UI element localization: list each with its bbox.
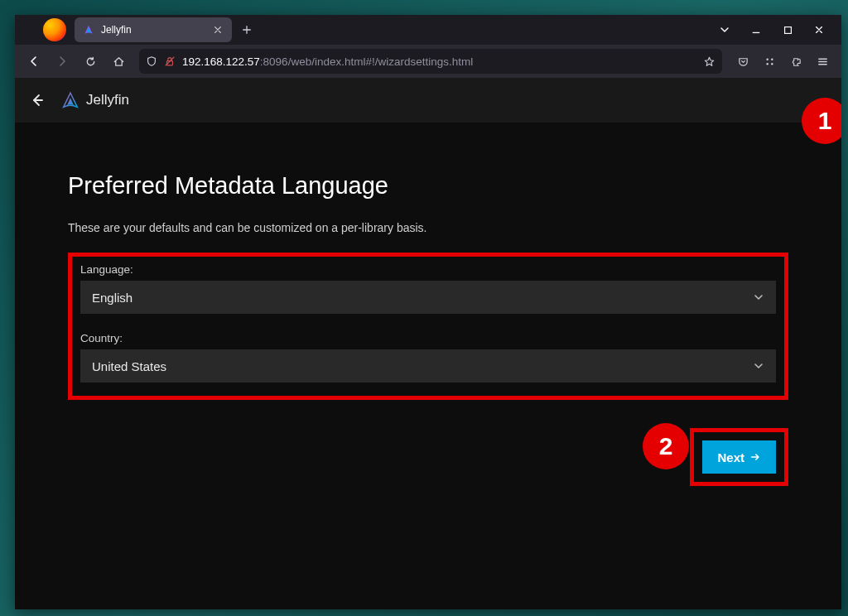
svg-point-5 xyxy=(766,63,768,65)
tab-bar: Jellyfin xyxy=(15,15,841,45)
nav-back-button[interactable] xyxy=(22,49,46,74)
url-toolbar: 192.168.122.57:8096/web/index.html#!/wiz… xyxy=(15,45,841,78)
svg-rect-0 xyxy=(784,26,791,33)
app-menu-button[interactable] xyxy=(810,49,835,74)
brand: Jellyfin xyxy=(61,91,129,109)
app-back-button[interactable] xyxy=(25,88,50,113)
language-label: Language: xyxy=(80,263,776,276)
svg-point-2 xyxy=(766,58,768,60)
address-bar[interactable]: 192.168.122.57:8096/web/index.html#!/wiz… xyxy=(139,49,722,74)
tab-close-button[interactable] xyxy=(212,24,224,36)
browser-tab[interactable]: Jellyfin xyxy=(75,17,232,42)
tab-bar-right xyxy=(711,18,836,41)
country-select[interactable]: United States xyxy=(80,349,776,383)
nav-home-button[interactable] xyxy=(106,49,131,74)
svg-point-4 xyxy=(771,63,773,65)
extensions-icon[interactable] xyxy=(783,49,808,74)
annotation-badge-1: 1 xyxy=(802,98,841,144)
lock-insecure-icon xyxy=(164,55,176,67)
tabs-dropdown-button[interactable] xyxy=(711,18,739,41)
arrow-right-icon xyxy=(749,451,761,463)
firefox-logo-icon xyxy=(43,18,66,41)
country-label: Country: xyxy=(80,332,776,344)
next-button[interactable]: Next xyxy=(702,440,776,474)
bookmark-star-icon[interactable] xyxy=(703,55,716,68)
next-button-label: Next xyxy=(717,450,744,464)
annotated-fields-box: Language: English Country: United States xyxy=(68,253,788,400)
annotation-badge-2: 2 xyxy=(643,423,689,469)
pocket-icon[interactable] xyxy=(730,49,755,74)
page-subtitle: These are your defaults and can be custo… xyxy=(68,221,788,234)
app-viewport: Jellyfin 1 Preferred Metadata Language T… xyxy=(15,78,841,609)
annotated-next-box: Next xyxy=(690,428,788,486)
wizard-content: 1 Preferred Metadata Language These are … xyxy=(15,123,841,486)
nav-forward-button[interactable] xyxy=(50,49,75,74)
chevron-down-icon xyxy=(753,360,764,372)
chevron-down-icon xyxy=(753,291,764,303)
button-row: 2 Next xyxy=(68,428,788,486)
url-path: :8096/web/index.html#!/wizardsettings.ht… xyxy=(260,55,473,68)
page-title: Preferred Metadata Language xyxy=(68,172,788,200)
tab-title: Jellyfin xyxy=(101,24,205,36)
account-icon[interactable] xyxy=(757,49,782,74)
svg-point-3 xyxy=(771,58,773,60)
language-select[interactable]: English xyxy=(80,281,776,314)
app-header: Jellyfin xyxy=(15,78,841,123)
window-maximize-button[interactable] xyxy=(773,18,802,41)
language-value: English xyxy=(92,291,132,305)
url-text: 192.168.122.57:8096/web/index.html#!/wiz… xyxy=(182,55,473,68)
brand-name: Jellyfin xyxy=(86,92,129,108)
jellyfin-logo-icon xyxy=(61,91,80,109)
jellyfin-favicon-icon xyxy=(83,24,94,36)
url-host: 192.168.122.57 xyxy=(182,55,260,68)
nav-reload-button[interactable] xyxy=(78,49,103,74)
country-value: United States xyxy=(92,359,166,373)
window-close-button[interactable] xyxy=(805,18,833,41)
new-tab-button[interactable] xyxy=(235,18,258,41)
toolbar-right xyxy=(730,49,835,74)
window-minimize-button[interactable] xyxy=(742,18,770,41)
shield-icon xyxy=(146,55,157,67)
browser-window: Jellyfin xyxy=(15,15,841,609)
